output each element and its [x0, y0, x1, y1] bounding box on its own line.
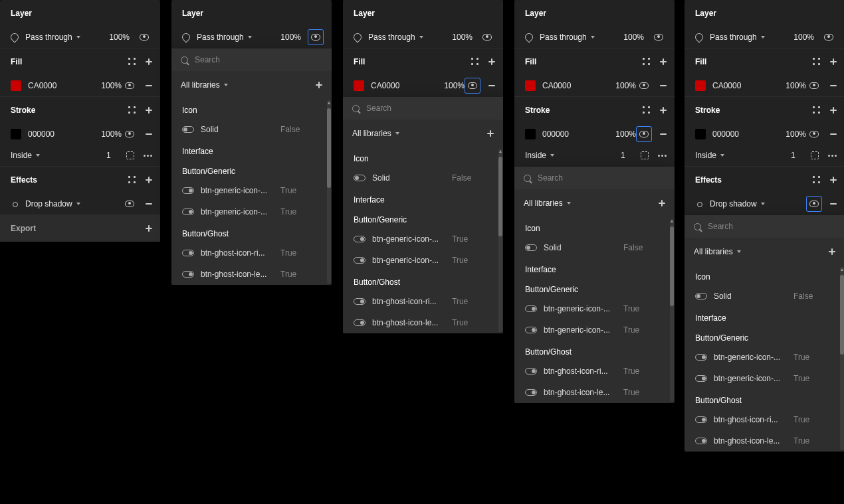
add-effect-button[interactable] [830, 177, 837, 183]
remove-fill-button[interactable] [488, 85, 495, 86]
search-input[interactable]: Search [708, 222, 835, 231]
remove-fill-button[interactable] [660, 85, 667, 86]
add-library-button[interactable] [316, 82, 322, 88]
styles-icon[interactable] [128, 106, 136, 114]
stroke-opacity[interactable]: 100% [607, 129, 636, 139]
list-item[interactable]: SolidFalse [514, 237, 669, 258]
list-item[interactable]: btn-generic-icon-...True [514, 319, 669, 341]
stroke-weight[interactable]: 1 [621, 151, 641, 160]
scroll-up-arrow[interactable]: ▴ [327, 100, 331, 104]
add-stroke-button[interactable] [830, 107, 837, 114]
stroke-position-select[interactable]: Inside [695, 151, 778, 160]
fill-hex[interactable]: CA0000 [28, 81, 92, 90]
fill-visibility-toggle[interactable] [465, 78, 480, 94]
fill-hex[interactable]: CA0000 [542, 81, 607, 90]
search-input[interactable]: Search [195, 55, 322, 64]
stroke-more-button[interactable] [658, 155, 667, 157]
layer-visibility-toggle[interactable] [308, 29, 324, 45]
fill-visibility-toggle[interactable] [806, 78, 822, 94]
stroke-opacity[interactable]: 100% [92, 129, 122, 139]
fill-visibility-toggle[interactable] [636, 78, 652, 94]
list-item[interactable]: btn-generic-icon-...True [343, 228, 498, 250]
stroke-weight[interactable]: 1 [791, 151, 811, 160]
scrollbar-thumb[interactable] [327, 108, 331, 188]
search-input[interactable]: Search [538, 173, 665, 183]
libraries-select[interactable]: All libraries [694, 247, 829, 256]
stroke-swatch[interactable] [11, 129, 21, 139]
add-library-button[interactable] [829, 248, 835, 255]
remove-stroke-button[interactable] [146, 133, 152, 135]
add-library-button[interactable] [487, 130, 494, 137]
scrollbar-thumb[interactable] [840, 275, 844, 355]
blend-mode-select[interactable]: Pass through [25, 33, 94, 42]
stroke-sides-button[interactable] [811, 151, 819, 159]
fill-opacity[interactable]: 100% [607, 81, 636, 90]
scrollbar-thumb[interactable] [670, 226, 674, 306]
add-stroke-button[interactable] [660, 107, 667, 114]
add-effect-button[interactable] [146, 177, 152, 183]
add-fill-button[interactable] [830, 58, 837, 65]
layer-visibility-toggle[interactable] [651, 29, 667, 45]
list-item[interactable]: btn-ghost-icon-ri...True [685, 409, 839, 430]
libraries-select[interactable]: All libraries [352, 129, 487, 138]
stroke-position-select[interactable]: Inside [11, 151, 93, 160]
fill-swatch[interactable] [695, 80, 706, 91]
effect-type-select[interactable]: Drop shadow [710, 199, 806, 209]
blend-mode-select[interactable]: Pass through [197, 33, 265, 42]
layer-visibility-toggle[interactable] [136, 29, 152, 45]
list-item[interactable]: btn-generic-icon-...True [514, 298, 669, 319]
scrollbar-thumb[interactable] [498, 157, 502, 236]
stroke-swatch[interactable] [695, 129, 706, 139]
add-fill-button[interactable] [660, 58, 667, 65]
list-item[interactable]: btn-ghost-icon-ri...True [514, 361, 669, 382]
list-item[interactable]: btn-ghost-icon-ri...True [171, 242, 326, 264]
search-input[interactable]: Search [366, 104, 494, 113]
fill-opacity[interactable]: 100% [777, 81, 806, 90]
fill-hex[interactable]: CA0000 [371, 81, 435, 90]
list-item[interactable]: btn-generic-icon-...True [685, 368, 839, 389]
effect-visibility-toggle[interactable] [122, 196, 138, 212]
fill-swatch[interactable] [11, 80, 21, 91]
blend-mode-select[interactable]: Pass through [368, 33, 437, 42]
libraries-select[interactable]: All libraries [524, 199, 659, 208]
libraries-select[interactable]: All libraries [181, 80, 316, 90]
styles-icon[interactable] [813, 106, 821, 114]
layer-opacity[interactable]: 100% [100, 33, 130, 42]
add-fill-button[interactable] [488, 58, 495, 65]
stroke-visibility-toggle[interactable] [806, 126, 822, 142]
stroke-sides-button[interactable] [126, 151, 134, 159]
list-item[interactable]: btn-generic-icon-...True [171, 180, 326, 201]
remove-stroke-button[interactable] [830, 133, 837, 135]
layer-visibility-toggle[interactable] [479, 29, 495, 45]
effect-settings-button[interactable] [695, 200, 703, 208]
stroke-more-button[interactable] [828, 155, 837, 157]
stroke-hex[interactable]: 000000 [542, 129, 607, 139]
fill-hex[interactable]: CA0000 [712, 81, 777, 90]
styles-icon[interactable] [643, 58, 651, 66]
list-item[interactable]: btn-ghost-icon-ri...True [343, 291, 498, 312]
styles-icon[interactable] [471, 58, 479, 66]
remove-effect-button[interactable] [830, 203, 837, 205]
remove-fill-button[interactable] [830, 85, 837, 86]
styles-icon[interactable] [813, 58, 821, 66]
fill-swatch[interactable] [354, 80, 364, 91]
list-item[interactable]: btn-ghost-icon-le...True [514, 382, 669, 403]
stroke-opacity[interactable]: 100% [777, 129, 806, 139]
remove-fill-button[interactable] [146, 85, 152, 86]
layer-opacity[interactable]: 100% [615, 33, 644, 42]
layer-opacity[interactable]: 100% [785, 33, 814, 42]
remove-stroke-button[interactable] [660, 133, 667, 135]
layer-visibility-toggle[interactable] [821, 29, 837, 45]
add-fill-button[interactable] [146, 58, 152, 65]
styles-icon[interactable] [128, 176, 136, 184]
fill-opacity[interactable]: 100% [435, 81, 465, 90]
stroke-position-select[interactable]: Inside [525, 151, 607, 160]
stroke-sides-button[interactable] [641, 151, 649, 159]
fill-swatch[interactable] [525, 80, 536, 91]
stroke-visibility-toggle[interactable] [636, 126, 652, 142]
stroke-hex[interactable]: 000000 [712, 129, 777, 139]
styles-icon[interactable] [813, 176, 821, 184]
stroke-more-button[interactable] [144, 155, 152, 157]
stroke-hex[interactable]: 000000 [28, 129, 92, 139]
styles-icon[interactable] [128, 58, 136, 66]
